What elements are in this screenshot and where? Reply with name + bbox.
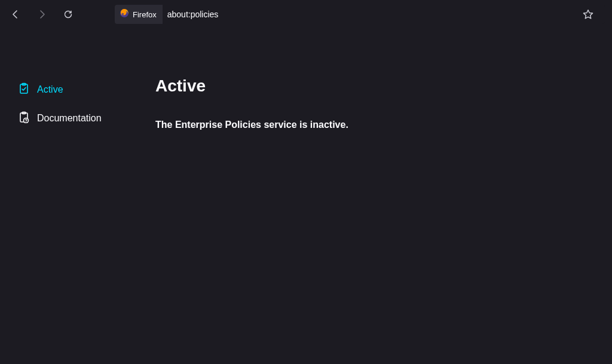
svg-point-6	[26, 121, 26, 122]
reload-button[interactable]	[55, 2, 81, 26]
sidebar-item-label: Active	[37, 84, 63, 95]
bookmark-star-button[interactable]	[579, 5, 598, 24]
browser-toolbar: Firefox about:policies	[0, 0, 612, 29]
url-actions	[579, 5, 600, 24]
sidebar-item-label: Documentation	[37, 113, 102, 124]
back-button[interactable]	[2, 2, 29, 26]
url-input[interactable]: about:policies	[163, 5, 605, 24]
sidebar-item-documentation[interactable]: Documentation	[0, 104, 143, 133]
main-panel: Active The Enterprise Policies service i…	[143, 29, 612, 364]
identity-box[interactable]: Firefox	[115, 5, 163, 24]
forward-button[interactable]	[29, 2, 55, 26]
sidebar: Active Documentation	[0, 29, 143, 364]
firefox-icon	[120, 8, 129, 20]
clipboard-check-icon	[18, 82, 30, 97]
page-title: Active	[155, 77, 612, 96]
sidebar-item-active[interactable]: Active	[0, 75, 143, 104]
page-content: Active Documentation Active The Enterpri…	[0, 29, 612, 364]
url-text: about:policies	[167, 10, 219, 19]
url-bar-container: Firefox about:policies	[115, 5, 605, 24]
identity-label: Firefox	[133, 10, 157, 19]
status-message: The Enterprise Policies service is inact…	[155, 120, 612, 130]
clipboard-help-icon	[18, 111, 30, 126]
